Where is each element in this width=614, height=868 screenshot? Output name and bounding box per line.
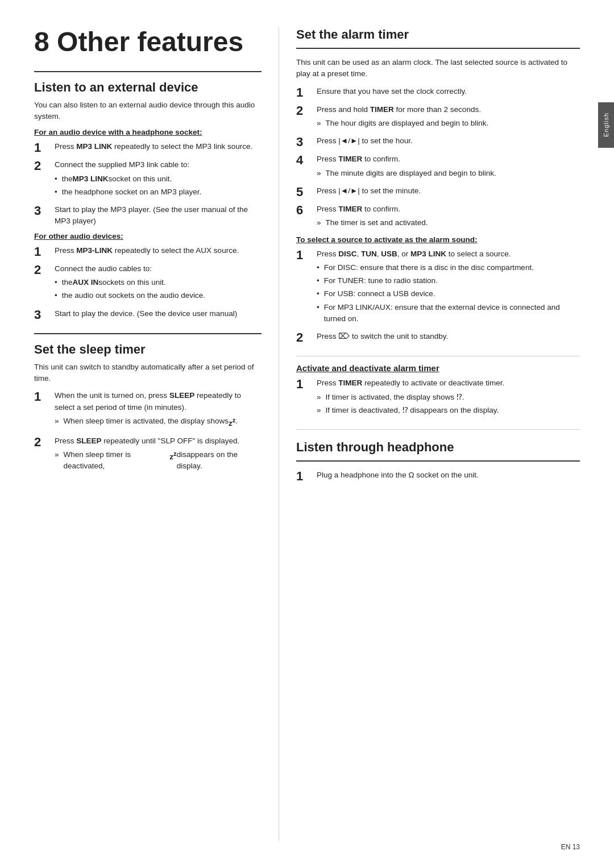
step-2a-bullets: the MP3 LINK socket on this unit. the he… bbox=[55, 173, 262, 198]
activate-arrow-2: If timer is deactivated, ⁉ disappears on… bbox=[317, 405, 580, 416]
alarm-timer-heading: Set the alarm timer bbox=[296, 27, 580, 42]
step-2b: 2 Connect the audio cables to: the AUX I… bbox=[34, 263, 262, 304]
alarm-source-step-1-num: 1 bbox=[296, 248, 313, 262]
alarm-source-step-2: 2 Press ⌦ to switch the unit to standby. bbox=[296, 331, 580, 344]
section-listen-external: Listen to an external device You can als… bbox=[34, 71, 262, 322]
activate-step-1: 1 Press TIMER repeatedly to activate or … bbox=[296, 377, 580, 418]
sleep-step-1-arrows: When sleep timer is activated, the displ… bbox=[55, 416, 262, 429]
activate-arrow-1: If timer is activated, the display shows… bbox=[317, 392, 580, 403]
alarm-step-6-content: Press TIMER to confirm. The timer is set… bbox=[317, 203, 580, 231]
alarm-step-3-num: 3 bbox=[296, 135, 313, 149]
bullet-auxin-socket: the AUX IN sockets on this unit. bbox=[55, 277, 262, 288]
step-1a: 1 Press MP3 LINK repeatedly to select th… bbox=[34, 141, 262, 155]
right-column: Set the alarm timer This unit can be use… bbox=[279, 27, 580, 841]
alarm-arrow-minute: The minute digits are displayed and begi… bbox=[317, 168, 580, 179]
step-3b: 3 Start to play the device. (See the dev… bbox=[34, 308, 262, 322]
mp3link-bold-2: MP3 LINK bbox=[73, 173, 109, 185]
step-1b: 1 Press MP3-LINK repeatedly to select th… bbox=[34, 245, 262, 259]
headphone-step-1-content: Plug a headphone into the Ω socket on th… bbox=[317, 470, 580, 481]
step-2a: 2 Connect the supplied MP3 link cable to… bbox=[34, 159, 262, 200]
headphone-divider bbox=[296, 429, 580, 430]
alarm-source-subheading: To select a source to activate as the al… bbox=[296, 235, 580, 244]
alarm-step-4-arrows: The minute digits are displayed and begi… bbox=[317, 168, 580, 179]
activate-step-1-content: Press TIMER repeatedly to activate or de… bbox=[317, 377, 580, 418]
activate-alarm-steps: 1 Press TIMER repeatedly to activate or … bbox=[296, 377, 580, 418]
alarm-step-2-num: 2 bbox=[296, 104, 313, 118]
timer-bold-4: TIMER bbox=[338, 379, 362, 387]
activate-step-1-num: 1 bbox=[296, 377, 313, 391]
section1-subheading2: For other audio devices: bbox=[34, 232, 262, 240]
page: 8 Other features Listen to an external d… bbox=[0, 0, 614, 868]
section1-heading: Listen to an external device bbox=[34, 80, 262, 95]
alarm-arrow-hour: The hour digits are displayed and begin … bbox=[317, 118, 580, 129]
alarm-source-step-2-content: Press ⌦ to switch the unit to standby. bbox=[317, 331, 580, 342]
sleep-arrow-1: When sleep timer is activated, the displ… bbox=[55, 416, 262, 429]
bullet-audioout-socket: the audio out sockets on the audio devic… bbox=[55, 290, 262, 301]
step-1a-content: Press MP3 LINK repeatedly to select the … bbox=[55, 141, 262, 152]
section2-intro: This unit can switch to standby automati… bbox=[34, 362, 262, 385]
timer-bold-3: TIMER bbox=[338, 205, 362, 213]
section-alarm-timer: Set the alarm timer This unit can be use… bbox=[296, 27, 580, 344]
sleep-step-2-arrows: When sleep timer is deactivated, zz disa… bbox=[55, 449, 262, 472]
footer-text: EN 13 bbox=[561, 843, 580, 851]
alarm-step-1: 1 Ensure that you have set the clock cor… bbox=[296, 86, 580, 99]
alarm-step-2-content: Press and hold TIMER for more than 2 sec… bbox=[317, 104, 580, 131]
alarm-intro: This unit can be used as an alarm clock.… bbox=[296, 57, 580, 80]
alarm-step-5-content: Press |◄/►| to set the minute. bbox=[317, 185, 580, 197]
alarm-step-3: 3 Press |◄/►| to set the hour. bbox=[296, 135, 580, 149]
step-2a-content: Connect the supplied MP3 link cable to: … bbox=[55, 159, 262, 200]
sleep-step-1: 1 When the unit is turned on, press SLEE… bbox=[34, 390, 262, 430]
timer-bold-1: TIMER bbox=[370, 105, 394, 114]
sleep-step-2-num: 2 bbox=[34, 435, 51, 449]
alarm-step-6: 6 Press TIMER to confirm. The timer is s… bbox=[296, 203, 580, 231]
section-activate-alarm: Activate and deactivate alarm timer 1 Pr… bbox=[296, 363, 580, 418]
step-3a-num: 3 bbox=[34, 204, 51, 218]
step-2b-content: Connect the audio cables to: the AUX IN … bbox=[55, 263, 262, 304]
disc-bold: DISC bbox=[338, 250, 356, 258]
step-2a-num: 2 bbox=[34, 159, 51, 173]
alarm-step-2: 2 Press and hold TIMER for more than 2 s… bbox=[296, 104, 580, 131]
activate-arrows: If timer is activated, the display shows… bbox=[317, 392, 580, 417]
bullet-mp3aux: For MP3 LINK/AUX: ensure that the extern… bbox=[317, 302, 580, 325]
alarm-divider-1 bbox=[296, 48, 580, 49]
section1-steps2-list: 1 Press MP3-LINK repeatedly to select th… bbox=[34, 245, 262, 322]
sleep-step-1-num: 1 bbox=[34, 390, 51, 404]
alarm-step-6-arrows: The timer is set and activated. bbox=[317, 217, 580, 229]
section-sleep-timer: Set the sleep timer This unit can switch… bbox=[34, 333, 262, 474]
tun-bold: TUN bbox=[361, 250, 377, 258]
step-1a-num: 1 bbox=[34, 141, 51, 155]
chapter-title: Other features bbox=[57, 27, 243, 57]
alarm-step-4-num: 4 bbox=[296, 153, 313, 167]
step-2b-num: 2 bbox=[34, 263, 51, 277]
alarm-step-5-num: 5 bbox=[296, 185, 313, 199]
sleep-bold-1: SLEEP bbox=[169, 391, 194, 400]
step-1b-num: 1 bbox=[34, 245, 51, 259]
alarm-source-steps: 1 Press DISC, TUN, USB, or MP3 LINK to s… bbox=[296, 248, 580, 345]
section-divider-2 bbox=[34, 333, 262, 334]
main-content: 8 Other features Listen to an external d… bbox=[34, 27, 580, 841]
bullet-headphone-socket: the headphone socket on an MP3 player. bbox=[55, 186, 262, 198]
alarm-subsection-divider bbox=[296, 356, 580, 356]
step-3a-content: Start to play the MP3 player. (See the u… bbox=[55, 204, 262, 227]
alarm-source-step-1: 1 Press DISC, TUN, USB, or MP3 LINK to s… bbox=[296, 248, 580, 327]
usb-bold: USB bbox=[381, 250, 397, 258]
sleep-step-2: 2 Press SLEEP repeatedly until "SLP OFF"… bbox=[34, 435, 262, 474]
side-tab: English bbox=[598, 0, 614, 868]
bullet-tuner: For TUNER: tune to radio station. bbox=[317, 275, 580, 286]
mp3link-bold-1: MP3 LINK bbox=[76, 142, 112, 151]
alarm-step-2-arrows: The hour digits are displayed and begin … bbox=[317, 118, 580, 129]
zzz-1: zz bbox=[229, 416, 235, 429]
left-column: 8 Other features Listen to an external d… bbox=[34, 27, 279, 841]
chapter-heading: 8 Other features bbox=[34, 27, 262, 57]
bullet-usb: For USB: connect a USB device. bbox=[317, 288, 580, 300]
alarm-step-4: 4 Press TIMER to confirm. The minute dig… bbox=[296, 153, 580, 181]
bullet-disc: For DISC: ensure that there is a disc in… bbox=[317, 262, 580, 273]
alarm-step-1-num: 1 bbox=[296, 86, 313, 99]
zzz-2: zz bbox=[169, 449, 176, 463]
step-3a: 3 Start to play the MP3 player. (See the… bbox=[34, 204, 262, 227]
bullet-mp3link-socket: the MP3 LINK socket on this unit. bbox=[55, 173, 262, 185]
alarm-arrow-set: The timer is set and activated. bbox=[317, 217, 580, 229]
sleep-step-1-content: When the unit is turned on, press SLEEP … bbox=[55, 390, 262, 430]
section2-steps-list: 1 When the unit is turned on, press SLEE… bbox=[34, 390, 262, 474]
headphone-step-1-num: 1 bbox=[296, 470, 313, 483]
